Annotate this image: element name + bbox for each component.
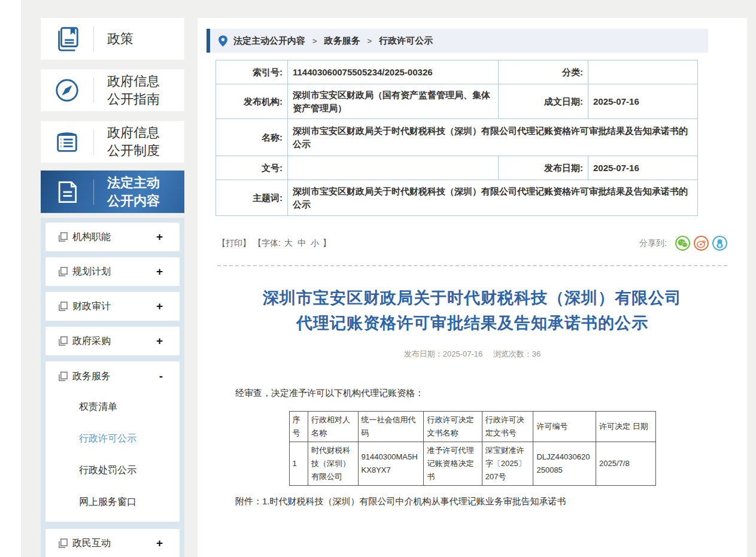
location-pin-icon: [218, 35, 227, 47]
weibo-share-icon[interactable]: [694, 236, 709, 251]
sidebar-item-fiscal-audit[interactable]: 财政审计 +: [45, 292, 180, 321]
pages-icon: [59, 232, 68, 242]
document-meta-table: 索引号: 114403060075505234/2025-00326 分类: 发…: [215, 60, 698, 216]
meta-date-label: 成文日期:: [499, 84, 588, 119]
col-header-decision-doc-name: 行政许可决定文书名称: [424, 412, 482, 442]
meta-category-label: 分类:: [499, 60, 588, 84]
compass-icon: [41, 77, 93, 104]
meta-name-label: 名称:: [216, 119, 288, 156]
pages-icon: [59, 538, 68, 548]
col-header-seq: 序号: [289, 412, 308, 442]
meta-index-label: 索引号:: [216, 60, 288, 84]
views-label: 浏览次数：: [493, 349, 532, 358]
breadcrumb-item-gov-services[interactable]: 政务服务: [324, 35, 360, 47]
pages-icon: [59, 267, 68, 276]
document-icon: [41, 179, 93, 205]
sidebar-subitem-online-service-window[interactable]: 网上服务窗口: [45, 486, 180, 518]
pages-icon: [59, 302, 68, 311]
sidebar-card-label: 政策: [107, 30, 167, 48]
sidebar-card-statutory-disclosure[interactable]: 法定主动公开内容: [41, 171, 184, 213]
sidebar-card-label: 政府信息公开指南: [107, 72, 167, 108]
article-toolbar: 【打印】 【字体: 大 中 小 】 分享到:: [217, 236, 727, 251]
sidebar-card-gov-info-rules[interactable]: 政府信息公开制度: [41, 121, 184, 163]
qq-share-icon[interactable]: [712, 236, 727, 251]
sidebar-card-gov-info-guide[interactable]: 政府信息公开指南: [41, 69, 184, 111]
print-button[interactable]: 【打印】: [217, 238, 251, 249]
table-row: 1 时代财税科技（深圳）有限公司 91440300MA5HKX8YX7 准予许可…: [289, 442, 655, 486]
publish-date-label: 发布日期：: [404, 349, 443, 358]
font-size-large-button[interactable]: 大: [284, 238, 293, 249]
views-value: 36: [532, 349, 541, 358]
meta-keywords-value: 深圳市宝安区财政局关于时代财税科技（深圳）有限公司代理记账资格许可审批结果及告知…: [288, 180, 698, 216]
sidebar-item-agency-functions[interactable]: 机构职能 +: [45, 223, 180, 251]
cell-decision-doc-number: 深宝财准许字〔2025〕207号: [482, 442, 533, 486]
breadcrumb-separator: >: [312, 36, 317, 45]
sidebar-item-gov-procurement[interactable]: 政府采购 +: [45, 327, 180, 355]
sidebar-item-label: 政务服务: [72, 370, 159, 383]
sidebar-accordion: 机构职能 + 规划计划 + 财政审计 +: [41, 218, 184, 557]
sidebar-item-label: 政府采购: [72, 335, 156, 348]
sidebar-item-gov-services[interactable]: 政务服务 -: [45, 361, 180, 391]
divider: [93, 78, 94, 103]
wechat-share-icon[interactable]: [675, 236, 690, 251]
col-header-party-name: 行政相对人名称: [308, 412, 358, 442]
font-size-medium-button[interactable]: 中: [297, 238, 306, 249]
cell-seq: 1: [289, 442, 308, 486]
col-header-decision-doc-number: 行政许可决定文书号: [482, 412, 533, 442]
sidebar-item-label: 规划计划: [72, 266, 156, 278]
meta-pubdate-value: 2025-07-16: [588, 156, 698, 180]
divider-dashed: [217, 265, 727, 266]
article: 深圳市宝安区财政局关于时代财税科技（深圳）有限公司 代理记账资格许可审批结果及告…: [217, 285, 727, 509]
article-title: 深圳市宝安区财政局关于时代财税科技（深圳）有限公司 代理记账资格许可审批结果及告…: [217, 285, 727, 336]
font-size-small-button[interactable]: 小: [311, 238, 319, 249]
publish-date-value: 2025-07-16: [443, 349, 483, 358]
meta-keywords-label: 主题词:: [216, 180, 288, 216]
permit-results-table: 序号 行政相对人名称 统一社会信用代码 行政许可决定文书名称 行政许可决定文书号…: [289, 411, 656, 486]
pages-icon: [59, 336, 68, 346]
sidebar-group-gov-services: 政务服务 - 权责清单 行政许可公示 行政处罚公示 网上服务窗口: [45, 361, 180, 522]
cell-license-number: DLJZ44030620250085: [533, 442, 596, 486]
sidebar-card-label: 法定主动公开内容: [107, 174, 167, 210]
meta-name-value: 深圳市宝安区财政局关于时代财税科技（深圳）有限公司代理记账资格许可审批结果及告知…: [288, 119, 698, 156]
attachment-line: 附件：1.时代财税科技（深圳）有限公司中介机构从事代理记账业务审批告知承诺书: [217, 494, 727, 509]
font-size-suffix: 】: [323, 238, 331, 249]
sidebar-subitem-responsibility-list[interactable]: 权责清单: [45, 391, 180, 423]
sidebar-subitem-admin-penalty-publicity[interactable]: 行政处罚公示: [45, 455, 180, 486]
sidebar-card-policy[interactable]: 政策: [41, 18, 184, 60]
pages-icon: [59, 372, 68, 381]
expand-icon[interactable]: +: [156, 537, 163, 550]
collapse-icon[interactable]: -: [159, 370, 163, 383]
sidebar-item-planning[interactable]: 规划计划 +: [45, 257, 180, 286]
breadcrumb-separator: >: [368, 36, 372, 45]
sidebar-item-public-interaction[interactable]: 政民互动 +: [45, 529, 180, 557]
meta-pubdate-label: 发布日期:: [499, 156, 588, 180]
col-header-credit-code: 统一社会信用代码: [358, 412, 424, 442]
sidebar-card-label: 政府信息公开制度: [107, 124, 167, 160]
expand-icon[interactable]: +: [156, 334, 163, 348]
breadcrumb-item-admin-license-publicity[interactable]: 行政许可公示: [379, 35, 433, 47]
breadcrumb-item-statutory-disclosure[interactable]: 法定主动公开内容: [233, 35, 305, 47]
divider: [93, 179, 94, 205]
expand-icon[interactable]: +: [156, 265, 163, 278]
expand-icon[interactable]: +: [156, 230, 163, 244]
main-content: 法定主动公开内容 > 政务服务 > 行政许可公示 索引号: 1144030600…: [198, 18, 747, 557]
sidebar-subitem-admin-license-publicity[interactable]: 行政许可公示: [45, 423, 180, 455]
article-title-line1: 深圳市宝安区财政局关于时代财税科技（深圳）有限公司: [217, 285, 727, 311]
article-meta-line: 发布日期：2025-07-16 浏览次数：36: [217, 349, 727, 360]
meta-index-value: 114403060075505234/2025-00326: [288, 60, 499, 84]
expand-icon[interactable]: +: [156, 300, 163, 313]
cell-credit-code: 91440300MA5HKX8YX7: [358, 442, 424, 486]
divider: [93, 129, 94, 154]
cell-decision-date: 2025/7/8: [596, 442, 655, 486]
meta-agency-label: 发布机构:: [216, 84, 288, 119]
meta-category-value: [588, 60, 698, 84]
meta-agency-value: 深圳市宝安区财政局（国有资产监督管理局、集体资产管理局）: [288, 84, 499, 119]
divider: [93, 26, 94, 51]
share-label: 分享到:: [639, 238, 667, 249]
sidebar-item-label: 政民互动: [72, 537, 156, 550]
meta-date-value: 2025-07-16: [588, 84, 698, 119]
col-header-license-number: 许可编号: [533, 412, 596, 442]
table-header-row: 序号 行政相对人名称 统一社会信用代码 行政许可决定文书名称 行政许可决定文书号…: [289, 412, 655, 442]
article-title-line2: 代理记账资格许可审批结果及告知承诺书的公示: [217, 311, 727, 336]
article-intro-paragraph: 经审查，决定准予许可以下机构代理记账资格：: [217, 386, 727, 400]
